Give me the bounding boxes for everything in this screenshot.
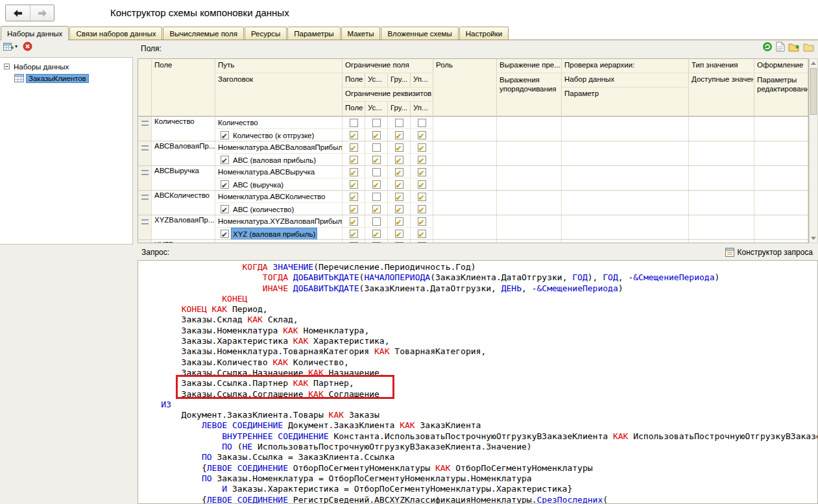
flag-checkbox[interactable] — [418, 242, 426, 244]
flag-checkbox[interactable] — [395, 205, 403, 213]
delete-dataset-button[interactable] — [23, 42, 32, 51]
forward-button[interactable] — [30, 5, 54, 21]
field-title-line[interactable]: Количество (к отгрузке) — [215, 129, 342, 141]
flag-checkbox[interactable] — [395, 217, 403, 226]
row-selector[interactable] — [138, 240, 152, 243]
tab-8[interactable]: Настройки — [459, 27, 509, 40]
flag-checkbox[interactable] — [350, 217, 358, 226]
field-path-cell[interactable]: Номенклатура.XYZВаловаяПрибыльXYZ (валов… — [215, 215, 343, 239]
title-checkbox[interactable] — [221, 156, 229, 164]
field-title[interactable]: АВС (валовая прибыль) — [232, 154, 317, 166]
flag-checkbox[interactable] — [372, 180, 381, 189]
field-path-cell[interactable]: Номенклатура.АВСКоличествоАВС (количеств… — [215, 191, 343, 215]
flag-checkbox[interactable] — [418, 205, 426, 213]
flag-checkbox[interactable] — [372, 119, 381, 127]
flag-checkbox[interactable] — [372, 193, 381, 201]
fields-scrollbar[interactable] — [809, 58, 818, 243]
title-checkbox[interactable] — [221, 230, 229, 238]
field-path[interactable]: Номенклатура.АВСВаловаяПрибыль — [215, 141, 342, 154]
flag-checkbox[interactable] — [372, 131, 381, 139]
flag-checkbox[interactable] — [350, 180, 358, 189]
field-name-cell[interactable]: АВСКоличество — [152, 191, 215, 215]
query-constructor-button[interactable]: Конструктор запроса — [723, 246, 815, 259]
title-checkbox[interactable] — [221, 131, 229, 139]
field-path[interactable]: Номенклатура.XYZВыручка — [215, 240, 342, 243]
tab-3[interactable]: Вычисляемые поля — [163, 27, 244, 40]
flag-checkbox[interactable] — [395, 168, 403, 176]
refresh-icon[interactable] — [762, 42, 773, 52]
add-folder-icon[interactable] — [788, 42, 800, 52]
field-title-line[interactable]: АВС (выручка) — [215, 178, 342, 190]
row-selector[interactable] — [138, 215, 152, 239]
flag-checkbox[interactable] — [350, 242, 358, 244]
flag-checkbox[interactable] — [350, 143, 358, 152]
flag-checkbox[interactable] — [372, 168, 381, 176]
flag-checkbox[interactable] — [372, 242, 381, 244]
tab-2[interactable]: Связи наборов данных — [69, 27, 162, 40]
flag-checkbox[interactable] — [418, 156, 426, 164]
flag-checkbox[interactable] — [418, 217, 426, 226]
field-path-cell[interactable]: КоличествоКоличество (к отгрузке) — [215, 117, 343, 141]
row-selector[interactable] — [138, 166, 152, 190]
field-name-cell[interactable]: XYZВыручка — [152, 240, 215, 243]
flag-checkbox[interactable] — [395, 242, 403, 244]
flag-checkbox[interactable] — [418, 193, 426, 201]
scrollbar-thumb[interactable] — [810, 68, 817, 115]
flag-checkbox[interactable] — [395, 230, 403, 238]
field-name-cell[interactable]: Количество — [152, 117, 215, 141]
flag-checkbox[interactable] — [418, 143, 426, 152]
row-selector[interactable] — [138, 117, 152, 141]
flag-checkbox[interactable] — [350, 131, 358, 139]
field-path-cell[interactable]: Номенклатура.XYZВыручка — [215, 240, 343, 243]
title-checkbox[interactable] — [221, 180, 229, 189]
add-dataset-button[interactable]: ▾ — [3, 42, 18, 51]
title-checkbox[interactable] — [221, 205, 229, 213]
folder-icon[interactable] — [803, 42, 814, 52]
scroll-down-button[interactable] — [811, 237, 816, 240]
field-title[interactable]: АВС (количество) — [232, 204, 295, 215]
collapse-icon[interactable] — [4, 64, 10, 69]
flag-checkbox[interactable] — [372, 217, 381, 226]
flag-checkbox[interactable] — [395, 156, 403, 164]
tab-4[interactable]: Ресурсы — [245, 27, 287, 40]
tree-item-dataset[interactable]: ЗаказыКлиентов — [0, 73, 132, 84]
field-title-line[interactable]: XYZ (валовая прибыль) — [215, 228, 342, 239]
flag-checkbox[interactable] — [350, 119, 358, 127]
row-selector[interactable] — [138, 141, 152, 165]
field-name-cell[interactable]: АВСВыручка — [152, 166, 215, 190]
field-path-cell[interactable]: Номенклатура.АВСВаловаяПрибыльАВС (валов… — [215, 141, 343, 165]
tab-7[interactable]: Вложенные схемы — [381, 27, 458, 40]
tree-item-label[interactable]: ЗаказыКлиентов — [27, 75, 88, 82]
tab-5[interactable]: Параметры — [287, 27, 340, 40]
row-selector[interactable] — [138, 191, 152, 215]
flag-checkbox[interactable] — [350, 168, 358, 176]
flag-checkbox[interactable] — [350, 230, 358, 238]
field-path-cell[interactable]: Номенклатура.АВСВыручкаАВС (выручка) — [215, 166, 343, 190]
field-path[interactable]: Количество — [215, 117, 342, 129]
tab-6[interactable]: Макеты — [341, 27, 381, 40]
flag-checkbox[interactable] — [418, 131, 426, 139]
back-button[interactable] — [6, 5, 30, 21]
flag-checkbox[interactable] — [418, 168, 426, 176]
field-path[interactable]: Номенклатура.XYZВаловаяПрибыль — [215, 215, 342, 228]
tree-root-datasets[interactable]: Наборы данных — [0, 61, 132, 72]
flag-checkbox[interactable] — [418, 180, 426, 189]
flag-checkbox[interactable] — [418, 119, 426, 127]
flag-checkbox[interactable] — [350, 156, 358, 164]
field-title[interactable]: АВС (выручка) — [232, 179, 285, 191]
flag-checkbox[interactable] — [372, 143, 381, 152]
flag-checkbox[interactable] — [350, 193, 358, 201]
field-name-cell[interactable]: АВСВаловаяПр... — [152, 141, 215, 165]
flag-checkbox[interactable] — [395, 143, 403, 152]
flag-checkbox[interactable] — [372, 230, 381, 238]
flag-checkbox[interactable] — [372, 205, 381, 213]
flag-checkbox[interactable] — [395, 119, 403, 127]
field-title[interactable]: XYZ (валовая прибыль) — [232, 228, 317, 240]
field-title-line[interactable]: АВС (количество) — [215, 203, 342, 215]
flag-checkbox[interactable] — [395, 193, 403, 201]
flag-checkbox[interactable] — [372, 156, 381, 164]
scroll-up-button[interactable] — [810, 59, 817, 67]
query-text-area[interactable]: КОГДА ЗНАЧЕНИЕ(Перечисление.Периодичност… — [138, 260, 818, 504]
flag-checkbox[interactable] — [395, 180, 403, 189]
flag-checkbox[interactable] — [350, 205, 358, 213]
